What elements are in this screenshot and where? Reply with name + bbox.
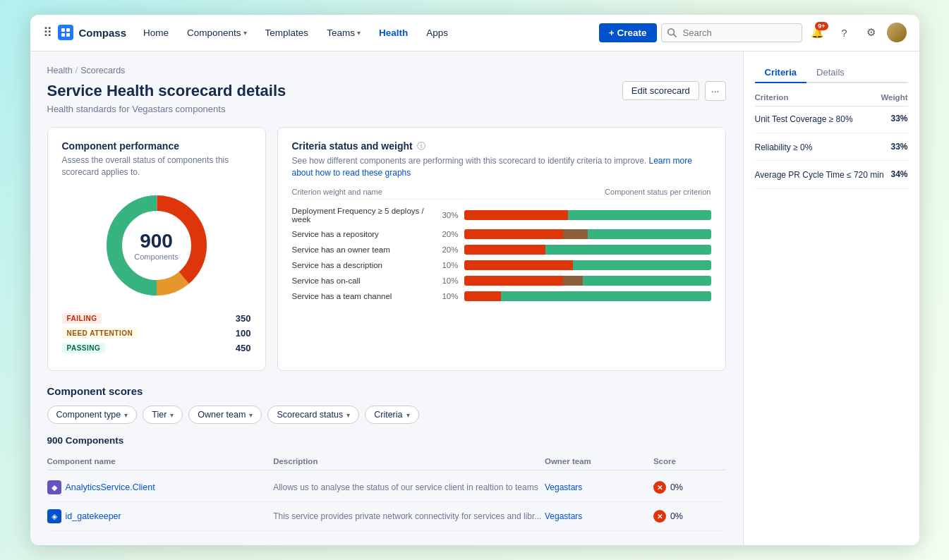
help-button[interactable]: ? [833, 21, 856, 44]
legend-attention-row: NEED ATTENTION 100 [62, 328, 251, 339]
nav-home[interactable]: Home [136, 23, 176, 42]
bar-green [588, 229, 711, 239]
bar-pct: 30% [439, 211, 459, 219]
breadcrumb-separator: / [75, 66, 78, 75]
criteria-col-right: Component status per criterion [605, 188, 711, 196]
criterion-weight: 33% [890, 142, 907, 152]
criteria-filter[interactable]: Criteria ▾ [365, 406, 418, 424]
attention-badge: NEED ATTENTION [62, 328, 138, 339]
chevron-down-icon: ▾ [243, 29, 247, 37]
nav-templates[interactable]: Templates [258, 23, 316, 42]
bar-green [583, 276, 711, 286]
bar-red [464, 276, 563, 286]
scorecard-status-filter[interactable]: Scorecard status ▾ [267, 406, 359, 424]
failing-badge: FAILING [62, 313, 102, 324]
left-panel: Health / Scorecards Service Health score… [30, 51, 743, 546]
bar-pct: 20% [439, 245, 459, 254]
nav-health[interactable]: Health [372, 23, 415, 42]
score-fail-icon: ✕ [653, 510, 666, 523]
col-description: Description [273, 457, 545, 465]
svg-rect-0 [61, 28, 65, 32]
bar-green [568, 210, 711, 220]
col-owner-team: Owner team [545, 457, 653, 465]
settings-button[interactable]: ⚙ [860, 21, 883, 44]
performance-card-title: Component performance [62, 140, 251, 152]
criterion-name: Average PR Cycle Time ≤ 720 min [755, 169, 887, 181]
bar-red [464, 245, 546, 255]
components-count: 900 Components [47, 435, 726, 446]
component-link[interactable]: id_gatekeeper [66, 511, 121, 521]
component-icon: ◆ [47, 480, 61, 494]
criterion-row: Unit Test Coverage ≥ 80% 33% [755, 114, 908, 133]
comp-name-cell: ◆ AnalyticsService.Client [47, 480, 274, 494]
bar-track [464, 229, 711, 239]
bar-red [464, 291, 502, 301]
component-description: Allows us to analyse the status of our s… [273, 482, 545, 492]
tab-criteria[interactable]: Criteria [755, 63, 807, 83]
nav-teams[interactable]: Teams ▾ [320, 23, 368, 42]
col-score: Score [653, 457, 726, 465]
right-table-header: Criterion Weight [755, 93, 908, 106]
bar-green [501, 291, 711, 301]
bar-track [464, 245, 711, 255]
weight-col-header: Weight [881, 93, 907, 102]
owner-team-filter[interactable]: Owner team ▾ [188, 406, 262, 424]
bar-row: Service has an owner team 20% [292, 245, 711, 255]
main-content: Health / Scorecards Service Health score… [30, 51, 919, 546]
passing-count: 450 [236, 343, 251, 353]
app-name: Compass [79, 27, 127, 39]
component-icon: ◈ [47, 509, 61, 523]
performance-card: Component performance Assess the overall… [47, 127, 266, 372]
score-value: 0% [670, 511, 683, 521]
bar-label: Service has an owner team [292, 245, 433, 254]
breadcrumb-scorecards: Scorecards [80, 66, 125, 75]
bar-track [464, 260, 711, 270]
chevron-down-icon: ▾ [249, 411, 253, 419]
performance-card-subtitle: Assess the overall status of components … [62, 154, 251, 178]
bar-label: Service has a description [292, 261, 433, 269]
bar-row: Service has on-call 10% [292, 276, 711, 286]
criterion-name: Reliability ≥ 0% [755, 142, 887, 154]
component-link[interactable]: AnalyticsService.Client [66, 482, 155, 492]
bar-green [545, 245, 711, 255]
bar-row: Deployment Frequency ≥ 5 deploys / week … [292, 207, 711, 224]
chevron-down-icon: ▾ [346, 411, 350, 419]
nav-components[interactable]: Components ▾ [180, 23, 254, 42]
tab-details[interactable]: Details [806, 63, 854, 83]
breadcrumb-health[interactable]: Health [47, 66, 73, 75]
right-tabs: Criteria Details [755, 63, 908, 83]
component-type-filter[interactable]: Component type ▾ [47, 406, 138, 424]
criterion-weight: 33% [890, 114, 907, 123]
more-options-button[interactable]: ··· [705, 81, 726, 101]
gear-icon: ⚙ [866, 26, 876, 39]
notification-badge: 9+ [815, 22, 828, 30]
criterion-col-header: Criterion [755, 93, 789, 102]
criteria-title-row: Criteria status and weight ⓘ [292, 140, 711, 152]
bar-brown [563, 276, 583, 286]
notification-button[interactable]: 🔔 9+ [806, 21, 829, 44]
bar-track [464, 291, 711, 301]
compass-logo-icon [58, 25, 73, 40]
bar-pct: 20% [439, 230, 459, 238]
info-icon[interactable]: ⓘ [417, 140, 425, 152]
score-value: 0% [670, 482, 683, 492]
learn-more-link[interactable]: Learn more about how to read these graph… [292, 156, 692, 178]
criterion-name: Unit Test Coverage ≥ 80% [755, 114, 887, 126]
create-button[interactable]: + Create [599, 23, 657, 42]
score-cell: ✕ 0% [653, 481, 726, 494]
navbar: ⠿ Compass Home Components ▾ Templates Te… [30, 15, 919, 51]
search-input[interactable] [661, 23, 802, 42]
user-avatar[interactable] [887, 23, 907, 42]
nav-apps[interactable]: Apps [419, 23, 455, 42]
criteria-card-title: Criteria status and weight [292, 140, 413, 152]
component-scores-title: Component scores [47, 385, 726, 397]
apps-grid-icon[interactable]: ⠿ [43, 25, 52, 40]
tier-filter[interactable]: Tier ▾ [143, 406, 183, 424]
cards-row: Component performance Assess the overall… [47, 127, 726, 372]
criteria-card: Criteria status and weight ⓘ See how dif… [277, 127, 726, 372]
svg-rect-3 [66, 33, 70, 37]
bar-track [464, 276, 711, 286]
bar-red [464, 210, 568, 220]
edit-scorecard-button[interactable]: Edit scorecard [622, 81, 699, 100]
component-description: This service provides private network co… [273, 511, 545, 521]
